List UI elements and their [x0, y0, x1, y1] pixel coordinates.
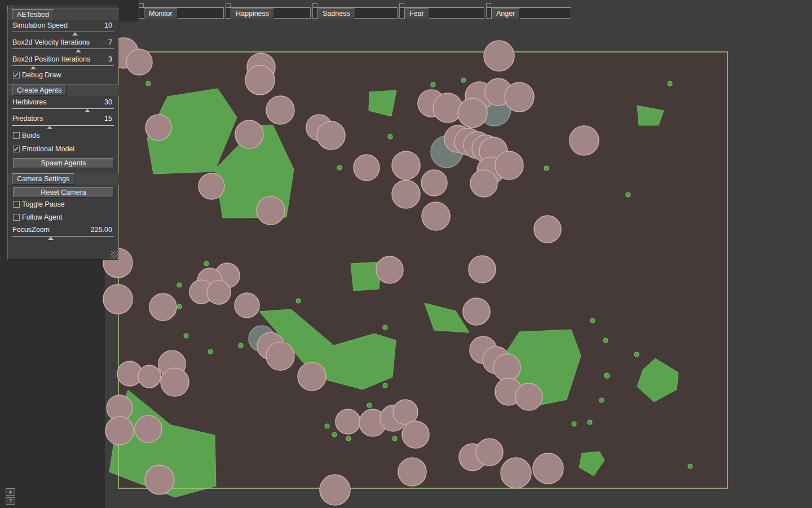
- herbivore-agent[interactable]: [533, 453, 563, 484]
- slider-handle-predators[interactable]: [47, 126, 52, 129]
- bar-tab-sadness[interactable]: Sadness: [317, 8, 355, 19]
- emotional-model-label: Emotional Model: [22, 145, 74, 153]
- debug-draw-label: Debug Draw: [22, 71, 61, 79]
- boids-label: Boids: [22, 132, 39, 139]
- herbivore-agent[interactable]: [484, 41, 514, 71]
- food-dot: [688, 464, 692, 468]
- herbivore-agent[interactable]: [198, 173, 224, 199]
- herbivore-agent[interactable]: [534, 216, 561, 243]
- slider-handle-herbivores[interactable]: [85, 109, 90, 112]
- slider-value-predators: 15: [104, 115, 112, 122]
- herbivore-agent[interactable]: [245, 65, 275, 95]
- emotional-model-checkbox[interactable]: ✓: [13, 146, 20, 152]
- food-dot: [603, 338, 608, 343]
- herbivore-agent[interactable]: [135, 415, 162, 443]
- herbivore-agent[interactable]: [317, 121, 345, 150]
- panel-title-tab[interactable]: AETesbed: [12, 9, 54, 20]
- food-dot: [588, 420, 592, 424]
- herbivore-agent[interactable]: [257, 196, 285, 225]
- herbivore-agent[interactable]: [235, 293, 259, 318]
- herbivore-agent[interactable]: [105, 417, 134, 445]
- herbivore-agent[interactable]: [138, 365, 161, 388]
- slider-track[interactable]: [12, 32, 114, 32]
- slider-handle-position-iterations[interactable]: [30, 66, 36, 69]
- herbivore-agent[interactable]: [493, 354, 520, 381]
- bar-tab-anger[interactable]: Anger: [491, 8, 520, 19]
- herbivore-agent[interactable]: [505, 82, 534, 112]
- herbivore-agent[interactable]: [376, 256, 403, 283]
- herbivore-agent[interactable]: [103, 284, 133, 314]
- panel-resize-grip[interactable]: [111, 251, 118, 259]
- follow-agent-checkbox[interactable]: [13, 214, 20, 221]
- herbivore-agent[interactable]: [495, 151, 523, 179]
- herbivore-agent[interactable]: [207, 281, 231, 304]
- herbivore-agent[interactable]: [298, 362, 326, 391]
- herbivore-agent[interactable]: [458, 98, 487, 128]
- herbivore-agent[interactable]: [463, 298, 490, 325]
- slider-label-simulation-speed: Simulation Speed: [12, 21, 68, 29]
- slider-track[interactable]: [12, 108, 114, 109]
- food-dot: [346, 436, 351, 441]
- toggle-pause-checkbox[interactable]: [13, 201, 20, 208]
- herbivore-agent[interactable]: [422, 202, 450, 230]
- create-agents-header-tab[interactable]: Create Agents: [12, 85, 67, 96]
- food-dot: [634, 352, 639, 357]
- food-dot: [204, 261, 209, 266]
- herbivore-agent[interactable]: [470, 170, 497, 197]
- debug-draw-checkbox[interactable]: ✓: [13, 72, 20, 78]
- herbivore-agent[interactable]: [320, 475, 350, 505]
- bar-tab-monitor[interactable]: Monitor: [144, 8, 178, 19]
- herbivore-agent[interactable]: [501, 458, 531, 488]
- food-dot: [590, 318, 595, 323]
- bar-tab-fear[interactable]: Fear: [404, 8, 429, 19]
- herbivore-agent[interactable]: [161, 368, 189, 396]
- slider-label-velocity-iterations: Box2d Velocity Iterations: [12, 38, 90, 46]
- slider-label-focus-zoom: FocusZoom: [12, 226, 50, 234]
- food-dot: [337, 165, 342, 170]
- iconified-bar-icon[interactable]: ▴: [6, 488, 15, 496]
- herbivore-agent[interactable]: [469, 256, 496, 283]
- herbivore-agent[interactable]: [392, 151, 420, 179]
- food-dot: [572, 422, 576, 426]
- food-dot: [177, 283, 182, 287]
- spawn-agents-button[interactable]: Spawn Agents: [13, 158, 114, 168]
- slider-handle-velocity-iterations[interactable]: [76, 49, 81, 52]
- herbivore-agent[interactable]: [398, 458, 426, 486]
- slider-track[interactable]: [12, 65, 114, 66]
- herbivore-agent[interactable]: [515, 383, 542, 410]
- herbivore-agent[interactable]: [145, 115, 171, 141]
- help-icon[interactable]: ?: [6, 497, 15, 505]
- herbivore-agent[interactable]: [433, 93, 462, 122]
- food-dot: [626, 192, 630, 197]
- herbivore-agent[interactable]: [476, 439, 503, 466]
- slider-value-position-iterations: 3: [108, 55, 112, 63]
- food-dot: [184, 334, 188, 338]
- slider-track[interactable]: [12, 125, 114, 126]
- food-dot: [599, 398, 604, 402]
- slider-handle-simulation-speed[interactable]: [72, 32, 78, 36]
- slider-track[interactable]: [12, 49, 114, 49]
- food-dot: [208, 349, 213, 354]
- herbivore-agent[interactable]: [392, 180, 420, 208]
- herbivore-agent[interactable]: [402, 421, 429, 448]
- herbivore-agent[interactable]: [266, 96, 294, 124]
- bar-tab-happiness[interactable]: Happiness: [231, 8, 274, 19]
- boids-checkbox[interactable]: [13, 132, 20, 139]
- herbivore-agent[interactable]: [354, 155, 379, 181]
- herbivore-agent[interactable]: [149, 294, 176, 321]
- herbivore-agent[interactable]: [570, 126, 599, 155]
- simulation-viewport[interactable]: [0, 0, 812, 508]
- slider-handle-focus-zoom[interactable]: [48, 237, 54, 240]
- herbivore-agent[interactable]: [266, 342, 294, 370]
- food-dot: [146, 81, 151, 86]
- herbivore-agent[interactable]: [145, 465, 174, 494]
- herbivore-agent[interactable]: [421, 170, 447, 196]
- food-dot: [383, 358, 388, 362]
- slider-track[interactable]: [12, 236, 114, 237]
- food-dot: [177, 304, 182, 309]
- herbivore-agent[interactable]: [126, 49, 152, 75]
- camera-settings-header-tab[interactable]: Camera Settings: [12, 173, 74, 185]
- herbivore-agent[interactable]: [235, 120, 263, 148]
- herbivore-agent[interactable]: [336, 409, 360, 434]
- reset-camera-button[interactable]: Reset Camera: [13, 187, 114, 198]
